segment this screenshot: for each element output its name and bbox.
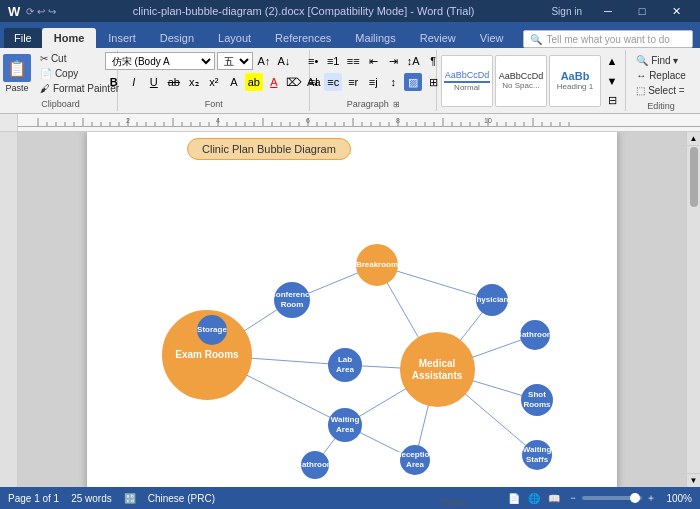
bubble-waiting-staff[interactable]: Waiting Staffs	[522, 440, 552, 470]
zoom-in-button[interactable]: ＋	[646, 491, 656, 505]
main-area: Clinic Plan Bubble Diagram	[0, 132, 700, 487]
justify-button[interactable]: ≡j	[364, 73, 382, 91]
bubble-storage[interactable]: Storage	[197, 315, 227, 345]
tell-me-input[interactable]: 🔍 Tell me what you want to do	[523, 30, 693, 48]
zoom-out-button[interactable]: －	[568, 491, 578, 505]
superscript-button[interactable]: x²	[205, 73, 223, 91]
bubble-bathroom-bottom[interactable]: Bathroom	[301, 451, 329, 479]
select-button[interactable]: ⬚ Select =	[634, 84, 686, 97]
ruler-corner	[0, 114, 18, 132]
find-button[interactable]: 🔍 Find ▾	[634, 54, 680, 67]
view-web-btn[interactable]: 🌐	[528, 493, 540, 504]
tab-design[interactable]: Design	[148, 28, 206, 48]
line-spacing-button[interactable]: ↕	[384, 73, 402, 91]
paste-button[interactable]: 📋 Paste	[0, 52, 35, 95]
tab-mailings[interactable]: Mailings	[343, 28, 407, 48]
select-icon: ⬚	[636, 85, 645, 96]
ribbon-tabs: File Home Insert Design Layout Reference…	[0, 22, 700, 48]
language: Chinese (PRC)	[148, 493, 215, 504]
replace-icon: ↔	[636, 70, 646, 81]
bullets-button[interactable]: ≡•	[304, 52, 322, 70]
bubble-medical-assistants[interactable]: Medical Assistants	[400, 332, 475, 407]
title-bar: W ⟳ ↩ ↪ clinic-plan-bubble-diagram (2).d…	[0, 0, 700, 22]
bubble-waiting-area[interactable]: Waiting Area	[328, 408, 362, 442]
view-read-btn[interactable]: 📖	[548, 493, 560, 504]
document-page[interactable]: Clinic Plan Bubble Diagram	[87, 132, 617, 487]
scrollbar-vertical[interactable]	[689, 146, 699, 473]
tab-references[interactable]: References	[263, 28, 343, 48]
scroll-up-button[interactable]: ▲	[687, 132, 701, 146]
maximize-button[interactable]: □	[626, 0, 658, 22]
sidebar-right: ▲ ▼	[686, 132, 700, 487]
tab-insert[interactable]: Insert	[96, 28, 148, 48]
signin-label[interactable]: Sign in	[551, 6, 582, 17]
svg-rect-1	[18, 126, 700, 127]
sidebar-left	[0, 132, 18, 487]
subscript-button[interactable]: x₂	[185, 73, 203, 91]
text-effects-button[interactable]: A	[225, 73, 243, 91]
font-color-button[interactable]: A	[265, 73, 283, 91]
bubble-shot-rooms[interactable]: Shot Rooms	[521, 384, 553, 416]
numbering-button[interactable]: ≡1	[324, 52, 342, 70]
editing-label: Editing	[647, 99, 675, 111]
styles-group: AaBbCcDd Normal AaBbCcDd No Spac... AaBb…	[437, 50, 626, 111]
title-bar-left: W ⟳ ↩ ↪	[8, 4, 56, 19]
replace-button[interactable]: ↔ Replace	[634, 69, 688, 82]
style-normal-label: Normal	[454, 83, 480, 92]
underline-button[interactable]: U	[145, 73, 163, 91]
style-heading1[interactable]: AaBb Heading 1	[549, 55, 601, 107]
zoom-slider[interactable]	[582, 496, 642, 500]
title-bar-right: Sign in ─ □ ✕	[551, 0, 692, 22]
close-button[interactable]: ✕	[660, 0, 692, 22]
strikethrough-button[interactable]: ab	[165, 73, 183, 91]
minimize-button[interactable]: ─	[592, 0, 624, 22]
view-print-btn[interactable]: 📄	[508, 493, 520, 504]
tab-view[interactable]: View	[468, 28, 516, 48]
grow-font-button[interactable]: A↑	[255, 52, 273, 70]
styles-nav: ▲ ▼ ⊟	[603, 52, 621, 110]
font-name-select[interactable]: 仿宋 (Body A	[105, 52, 215, 70]
tab-home[interactable]: Home	[42, 28, 97, 48]
style-nospace[interactable]: AaBbCcDd No Spac...	[495, 55, 547, 107]
bubble-bathroom-right[interactable]: Bathroom	[520, 320, 550, 350]
tab-file[interactable]: File	[4, 28, 42, 48]
status-bar: Page 1 of 1 25 words 🔡 Chinese (PRC) 📄 🌐…	[0, 487, 700, 509]
bubble-lab-area[interactable]: Lab Area	[328, 348, 362, 382]
editing-content: 🔍 Find ▾ ↔ Replace ⬚ Select =	[632, 52, 690, 99]
scroll-down-button[interactable]: ▼	[687, 473, 701, 487]
shading-button[interactable]: ▨	[404, 73, 422, 91]
align-right-button[interactable]: ≡r	[344, 73, 362, 91]
bubble-conference-room[interactable]: Conference Room	[274, 282, 310, 318]
align-center-button[interactable]: ≡c	[324, 73, 342, 91]
styles-up-button[interactable]: ▲	[603, 52, 621, 70]
italic-button[interactable]: I	[125, 73, 143, 91]
styles-down-button[interactable]: ▼	[603, 72, 621, 90]
font-content: 仿宋 (Body A 五号 A↑ A↓ B I U ab x₂ x² A ab …	[105, 52, 323, 97]
bubble-breakroom[interactable]: Breakroom	[356, 244, 398, 286]
scrollbar-thumb[interactable]	[690, 147, 698, 207]
shrink-font-button[interactable]: A↓	[275, 52, 293, 70]
style-normal[interactable]: AaBbCcDd Normal	[441, 55, 493, 107]
styles-more-button[interactable]: ⊟	[603, 92, 621, 110]
document-area: Clinic Plan Bubble Diagram	[18, 132, 686, 487]
clear-format-button[interactable]: ⌦	[285, 73, 303, 91]
multilevel-list-button[interactable]: ≡≡	[344, 52, 362, 70]
bubble-physicians[interactable]: Physicians	[476, 284, 508, 316]
zoom-control: － ＋ 100%	[568, 491, 692, 505]
page-info: Page 1 of 1	[8, 493, 59, 504]
align-left-button[interactable]: ≡l	[304, 73, 322, 91]
decrease-indent-button[interactable]: ⇤	[364, 52, 382, 70]
increase-indent-button[interactable]: ⇥	[384, 52, 402, 70]
bubble-reception-area[interactable]: Reception Area	[400, 445, 430, 475]
font-size-select[interactable]: 五号	[217, 52, 253, 70]
window-controls: ─ □ ✕	[592, 0, 692, 22]
bold-button[interactable]: B	[105, 73, 123, 91]
styles-label: Styles	[441, 495, 466, 507]
tab-review[interactable]: Review	[408, 28, 468, 48]
quick-access: ⟳ ↩ ↪	[26, 6, 56, 17]
highlight-button[interactable]: ab	[245, 73, 263, 91]
paragraph-label: Paragraph ⊞	[347, 97, 400, 109]
tab-layout[interactable]: Layout	[206, 28, 263, 48]
sort-button[interactable]: ↕A	[404, 52, 422, 70]
window-title: clinic-plan-bubble-diagram (2).docx [Com…	[56, 5, 552, 17]
